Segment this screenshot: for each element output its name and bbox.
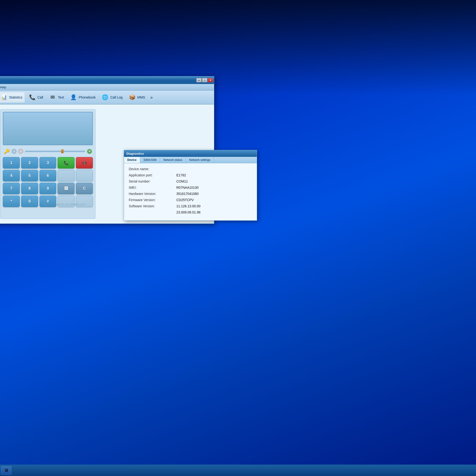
volume-plus-button[interactable]: + (87, 149, 92, 154)
diagnostics-title-bar: Diagnostics (124, 150, 257, 157)
diagnostics-content: Device name: Application port: E1762 Ser… (124, 163, 257, 221)
key-1[interactable]: 1 (3, 157, 20, 169)
toolbar-mms[interactable]: 📦 MMS (126, 92, 148, 103)
minimize-button[interactable]: — (196, 78, 202, 82)
desktop: — □ ✕ Help 📊 Statistics 📞 Call ✉ Text (0, 0, 476, 476)
diag-row-swver: Software Version: 11.126.13.00.00 (129, 204, 252, 208)
diag-label-imei: IMEI: (129, 186, 176, 189)
text-label: Text (58, 95, 64, 99)
diag-label-devicename: Device name: (129, 167, 176, 171)
diag-label-hwver: Hardware Version: (129, 192, 176, 196)
toolbar: 📊 Statistics 📞 Call ✉ Text 👤 Phonebook 🌐… (0, 91, 214, 104)
volume-slider[interactable] (25, 151, 85, 152)
key-call[interactable]: 📞 (58, 157, 74, 169)
taskbar-app-icon: 🖥 (4, 468, 8, 473)
phone-panel: 🔑 + 1 2 3 📞 📵 4 5 6 (0, 109, 95, 219)
diag-value-serial: COM11 (176, 179, 188, 183)
diag-row-swver2: 23.009.09.01.98 (129, 210, 252, 214)
key-2[interactable]: 2 (21, 157, 38, 169)
diag-row-devicename: Device name: (129, 167, 252, 171)
toolbar-text[interactable]: ✉ Text (46, 92, 67, 103)
statistics-icon: 📊 (0, 94, 8, 101)
mms-icon: 📦 (128, 94, 136, 101)
mute-icon (18, 149, 23, 154)
call-icon: 📞 (28, 94, 36, 101)
keypad: 1 2 3 📞 📵 4 5 6 7 8 9 🖼 C * 0 (3, 157, 93, 207)
title-bar-controls: — □ ✕ (196, 78, 213, 82)
key-0[interactable]: 0 (21, 196, 38, 207)
key-7[interactable]: 7 (3, 183, 20, 194)
key-empty2 (76, 170, 93, 181)
calllog-icon: 🌐 (102, 94, 109, 101)
key-icon: 🔑 (4, 149, 10, 154)
diagnostics-title: Diagnostics (126, 152, 144, 155)
taskbar-app-button[interactable]: 🖥 (1, 466, 11, 475)
mms-label: MMS (137, 95, 145, 99)
diag-label-swver: Software Version: (129, 204, 176, 208)
toolbar-call[interactable]: 📞 Call (26, 92, 46, 103)
diagnostics-tabs: Device SIM/USIM Network status Network s… (124, 157, 257, 163)
title-bar: — □ ✕ (0, 76, 214, 84)
diag-value-swver2: 23.009.09.01.98 (176, 210, 200, 214)
diag-label-serial: Serial number: (129, 179, 176, 183)
close-button[interactable]: ✕ (208, 78, 213, 82)
key-9[interactable]: 9 (39, 183, 56, 194)
diag-value-fwver: CD25TCPV (176, 198, 194, 202)
phone-display (3, 112, 93, 145)
phonebook-label: Phonebook (79, 95, 96, 99)
key-5[interactable]: 5 (21, 170, 38, 181)
diagnostics-window: Diagnostics Device SIM/USIM Network stat… (124, 150, 257, 221)
statistics-label: Statistics (9, 95, 22, 99)
tab-network-settings[interactable]: Network settings (186, 157, 214, 163)
key-empty1 (58, 170, 74, 181)
diag-row-serial: Serial number: COM11 (129, 179, 252, 183)
tab-sim[interactable]: SIM/USIM (140, 157, 160, 163)
toolbar-calllog[interactable]: 🌐 Call Log (99, 92, 125, 103)
diag-row-appport: Application port: E1762 (129, 173, 252, 177)
diag-value-swver: 11.126.13.00.00 (176, 204, 200, 208)
key-empty3 (58, 196, 74, 207)
phonebook-icon: 👤 (70, 94, 77, 101)
diag-label-fwver: Firmware Version: (129, 198, 176, 202)
key-6[interactable]: 6 (39, 170, 56, 181)
text-icon: ✉ (49, 94, 56, 101)
menu-bar: Help (0, 84, 214, 91)
menu-help[interactable]: Help (0, 85, 9, 89)
key-photo[interactable]: 🖼 (58, 183, 74, 194)
taskbar: 🖥 (0, 465, 476, 476)
diag-row-hwver: Hardware Version: 351617041080 (129, 192, 252, 196)
diag-row-fwver: Firmware Version: CD25TCPV (129, 198, 252, 202)
toolbar-more-button[interactable]: » (149, 94, 155, 101)
key-c[interactable]: C (76, 183, 93, 194)
diag-label-appport: Application port: (129, 173, 176, 177)
slider-thumb[interactable] (61, 150, 64, 153)
key-8[interactable]: 8 (21, 183, 38, 194)
diag-value-appport: E1762 (176, 173, 186, 177)
key-end[interactable]: 📵 (76, 157, 93, 169)
diag-row-imei: IMEI: R07NAA10130 (129, 186, 252, 189)
toolbar-phonebook[interactable]: 👤 Phonebook (67, 92, 98, 103)
call-label: Call (37, 95, 43, 99)
key-empty4 (76, 196, 93, 207)
maximize-button[interactable]: □ (202, 78, 207, 82)
speaker-icon (12, 149, 17, 154)
diag-value-hwver: 351617041080 (176, 192, 199, 196)
toolbar-statistics[interactable]: 📊 Statistics (0, 92, 25, 103)
key-4[interactable]: 4 (3, 170, 20, 181)
key-star[interactable]: * (3, 196, 20, 207)
tab-network-status[interactable]: Network status (160, 157, 186, 163)
diag-value-imei: R07NAA10130 (176, 186, 199, 189)
phone-controls: 🔑 + (3, 149, 93, 154)
calllog-label: Call Log (110, 95, 122, 99)
key-3[interactable]: 3 (39, 157, 56, 169)
tab-device[interactable]: Device (124, 157, 140, 163)
